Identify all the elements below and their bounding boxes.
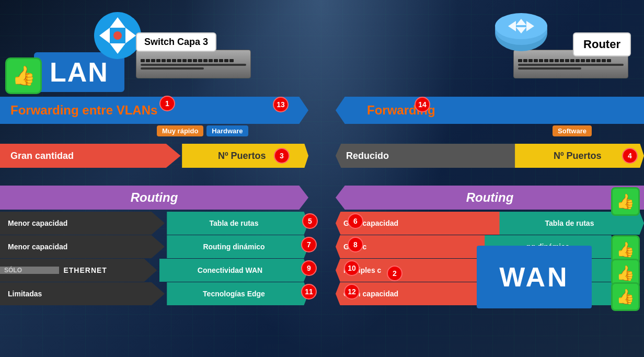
table-row: Limitadas Tecnologías Edge [0,282,308,305]
sub-software: Software [553,125,592,136]
main-container: 👍 LAN Switch Capa 3 [0,0,644,357]
reducido-right: Reducido [336,144,516,168]
badge-6: 6 [348,213,363,229]
badge-12: 12 [344,284,360,300]
badge-13: 13 [273,97,289,112]
switch-capa3-label: Switch Capa 3 [136,32,216,52]
sub-labels-left: Muy rápido Hardware [157,125,248,136]
router-label: Router [573,32,631,56]
solo-label: SÓLO [0,267,59,274]
gran-cantidad-left: Gran cantidad [0,144,180,168]
badge-3: 3 [274,148,290,164]
sub-hardware: Hardware [206,125,248,136]
thumbs-up-left-top: 👍 [5,57,42,94]
thumbs-up-routing-right: 👍 [611,187,640,216]
table-row: Menor capacidad Tabla de rutas [0,212,308,235]
svg-point-8 [495,13,547,39]
routing-banner-right: Routing [336,186,644,210]
svg-point-5 [113,31,122,40]
forwarding-vlans-text: Forwarding entre VLANs [10,103,157,118]
badge-8: 8 [348,237,363,252]
row3-left-cap: SÓLO ETHERNET [0,259,157,282]
table-row: Gran capacidad Tabla de rutas [336,212,644,235]
thumbs-up-row4-right: 👍 [611,282,640,311]
sub-muy-rapido: Muy rápido [157,125,203,136]
table-row: Menor capacidad Routing dinámico [0,235,308,258]
switch-hardware-left [136,50,251,78]
ethernet-label: ETHERNET [59,266,157,274]
wan-box: WAN [477,246,592,308]
row4-left-cap: Limitadas [0,282,165,305]
badge-14: 14 [415,97,430,112]
row2-left-val: Routing dinámico [159,235,308,258]
badge-11: 11 [301,284,317,300]
badge-9: 9 [301,260,317,276]
forwarding-vlans-banner: Forwarding entre VLANs [0,97,308,124]
table-row: SÓLO ETHERNET Conectividad WAN [0,259,308,282]
puertos-row-left: Gran cantidad Nº Puertos [0,144,308,168]
badge-1: 1 [159,96,175,111]
row4-left-val: Tecnologías Edge [159,282,308,305]
badge-4: 4 [622,148,638,164]
sub-labels-right: Software [553,125,592,136]
badge-5: 5 [302,213,318,229]
router-icon [492,9,550,56]
row1-left-cap: Menor capacidad [0,212,165,235]
row3-left-val: Conectividad WAN [152,259,308,282]
puertos-row-right: Reducido Nº Puertos [336,144,644,168]
badge-7: 7 [301,237,317,252]
row2-left-cap: Menor capacidad [0,235,165,258]
badge-10: 10 [344,260,360,276]
badge-2: 2 [387,266,402,281]
row1-left-val: Tabla de rutas [159,212,308,235]
routing-banner-left: Routing [0,186,308,210]
forwarding-right-banner: Forwarding [336,97,644,124]
